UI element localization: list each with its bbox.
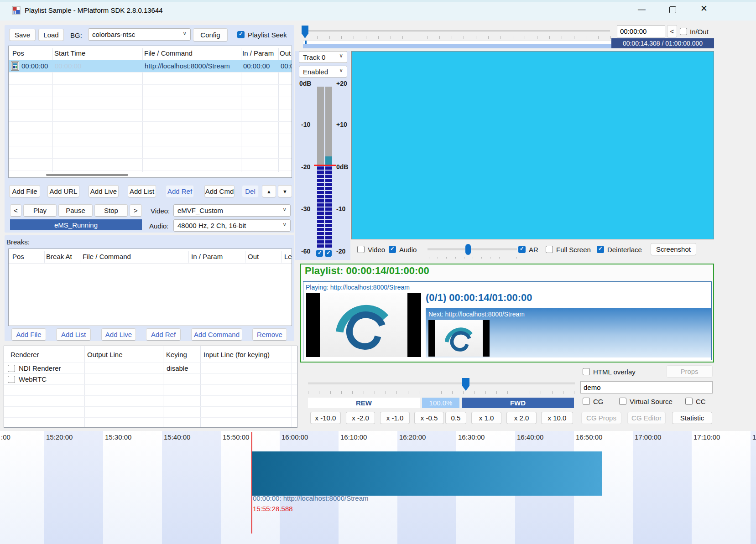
meter-threshold-line[interactable] [314,165,336,166]
renderer-table[interactable]: Renderer Output Line Keying Input Line (… [4,346,297,428]
speed-button[interactable]: x 1.0 [471,412,501,424]
breaks-table[interactable]: Pos Break At File / Command In / Param O… [8,249,292,326]
overlay-name-input[interactable] [580,381,713,394]
webrtc-checkbox[interactable] [8,376,15,383]
cg-checkbox[interactable] [583,398,590,405]
speed-button[interactable]: x -0.5 [414,412,444,424]
volume-slider-thumb[interactable] [465,244,471,255]
button-label: Add Live [90,187,117,195]
audio-checkbox[interactable] [389,246,396,253]
ruler-tick [552,391,553,394]
load-button[interactable]: Load [38,29,64,41]
timeline-band [103,431,162,544]
timeline-tick-label: :00 [1,433,10,441]
video-checkbox[interactable] [357,246,365,253]
play-button[interactable]: Play [23,204,57,217]
background-select[interactable]: colorbars-ntsc∨ [88,28,191,41]
rew-indicator: REW [308,398,420,408]
table-row[interactable]: WebRTC [4,374,297,385]
meter-right-checkbox[interactable] [325,250,332,257]
config-button[interactable]: Config [193,28,228,41]
maximize-button[interactable] [669,6,676,13]
speed-button[interactable]: x -2.0 [346,412,375,424]
add-file-button[interactable]: Add File [9,185,40,197]
breaks-add-ref-button[interactable]: Add Ref [146,328,181,341]
breaks-add-live-button[interactable]: Add Live [101,328,136,341]
ruler-tick [490,257,490,259]
breaks-add-command-button[interactable]: Add Command [191,328,242,341]
pause-button[interactable]: Pause [58,204,93,217]
minimize-button[interactable]: — [638,5,646,14]
screenshot-button[interactable]: Screenshot [651,243,696,255]
seek-time-input[interactable] [617,25,665,37]
grid-line [80,251,80,263]
video-preview[interactable] [351,51,714,239]
ndi-renderer-checkbox[interactable] [8,365,15,372]
track-select[interactable]: Track 0∨ [299,51,347,63]
add-url-button[interactable]: Add URL [47,185,79,197]
add-list-button[interactable]: Add List [128,185,156,197]
ar-checkbox[interactable] [518,246,526,253]
fullscreen-checkbox[interactable] [546,246,553,253]
deinterlace-checkbox[interactable] [597,246,604,253]
volume-slider-track[interactable] [428,249,517,250]
prev-button[interactable]: < [10,204,21,217]
meter-left-checkbox[interactable] [316,250,323,257]
cc-checkbox[interactable] [685,398,693,405]
playlist-seek-checkbox[interactable] [237,31,245,38]
chevron-down-icon: ∨ [339,52,343,59]
audio-meter-left [317,87,324,249]
add-live-button[interactable]: Add Live [89,185,119,197]
button-label: Add Command [194,331,240,338]
audio-meter-right [325,87,332,249]
video-format-select[interactable]: eMVF_Custom∨ [173,204,291,217]
speed-button[interactable]: x -10.0 [310,412,341,424]
horizontal-scrollbar[interactable] [46,174,128,176]
add-cmd-button[interactable]: Add Cmd [204,185,235,197]
table-row[interactable]: 00:00:00 00:00:00 http://localhost:8000/… [9,60,292,72]
playlist-table[interactable]: Pos Start Time File / Command In / Param… [8,46,292,178]
timeline-tick-label: 16:10:00 [340,433,367,441]
html-overlay-checkbox[interactable] [583,368,590,375]
timeline-clip-bar[interactable] [252,451,602,496]
background-value: colorbars-ntsc [92,31,135,38]
audio-format-select[interactable]: 48000 Hz, 2 Ch, 16-bit∨ [173,219,291,232]
ruler-tick [378,36,379,39]
speed-button[interactable]: 0.5 [445,412,466,424]
seek-back-button[interactable]: < [667,25,677,37]
speed-button[interactable]: x 2.0 [506,412,537,424]
close-button[interactable]: ✕ [700,5,708,13]
seek-slider-track[interactable] [305,30,610,32]
statistic-button[interactable]: Statistic [672,412,712,424]
speed-button[interactable]: x -1.0 [380,412,410,424]
breaks-add-file-button[interactable]: Add File [11,328,46,341]
virtual-source-checkbox[interactable] [619,398,626,405]
ruler-tick [375,391,375,394]
delete-button[interactable]: Del [242,185,259,197]
ruler-tick [481,257,482,259]
breaks-add-list-button[interactable]: Add List [56,328,91,341]
meter-scale-label: +10 [336,121,347,128]
next-button[interactable]: > [130,204,142,217]
stop-button[interactable]: Stop [94,204,128,217]
timeline-tick-label: 15:30:00 [105,433,131,441]
inout-checkbox[interactable] [680,28,687,35]
breaks-remove-button[interactable]: Remove [252,328,287,341]
playhead-line[interactable] [251,432,252,534]
window-title: Playlist Sample - MPlatform SDK 2.8.0.13… [25,6,163,15]
ruler-tick [516,257,517,259]
ruler-tick [586,36,586,39]
schedule-timeline[interactable]: :0015:20:0015:30:0015:40:0015:50:0016:00… [0,431,756,544]
track-state-select[interactable]: Enabled∨ [299,66,347,78]
arrow-down-icon: ▼ [282,189,287,194]
add-ref-button[interactable]: Add Ref [166,185,194,197]
ruler-tick [496,391,497,394]
save-button[interactable]: Save [9,29,36,41]
button-label: Add Ref [167,187,192,195]
shuttle-slider-thumb[interactable] [462,378,469,391]
table-row[interactable]: NDI Renderer disable [4,363,297,374]
shuttle-slider-track[interactable] [308,383,575,384]
speed-button[interactable]: x 10.0 [541,412,573,424]
move-up-button[interactable]: ▲ [262,185,276,197]
move-down-button[interactable]: ▼ [278,185,292,197]
